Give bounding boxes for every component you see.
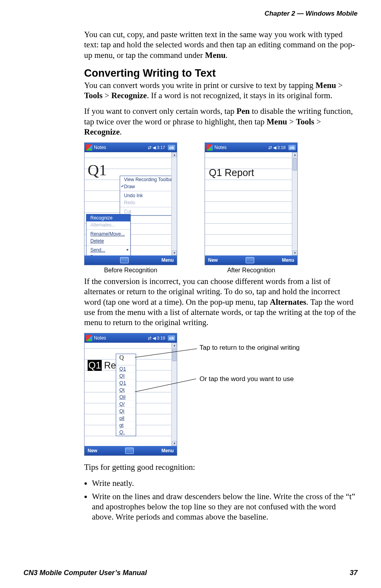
menu-item[interactable]: Delete xyxy=(86,237,130,245)
scroll-up-icon[interactable]: ▴ xyxy=(172,343,177,348)
alt-item[interactable]: gt xyxy=(116,422,136,429)
bold: Tools xyxy=(296,117,314,126)
device-screenshot: Notes ⇄ ◀ 3:19 ok Q1 Re Q Q1 xyxy=(84,333,177,456)
label: Rename/Move... xyxy=(90,231,125,237)
figure-row: Notes ⇄ ◀ 3:17 ok Q1 xyxy=(84,142,358,274)
paragraph: If the conversion is incorrect, you can … xyxy=(84,276,358,327)
text: > xyxy=(336,81,343,90)
text: > xyxy=(287,117,296,126)
menu-item[interactable]: Draw xyxy=(120,183,172,190)
scroll-down-icon[interactable]: ▾ xyxy=(292,250,297,255)
status-icons: ⇄ ◀ 3:19 xyxy=(148,336,165,341)
menu-item[interactable]: Beam... xyxy=(86,254,130,255)
scroll-down-icon[interactable]: ▾ xyxy=(172,441,177,446)
section-heading: Converting Writing to Text xyxy=(84,67,358,79)
label: Send... xyxy=(90,247,105,253)
device-screenshot: Notes ⇄ ◀ 3:18 ok Q1 Report ▴ xyxy=(205,142,298,265)
start-flag-icon[interactable] xyxy=(207,144,213,151)
ok-button[interactable]: ok xyxy=(168,145,175,150)
new-button[interactable]: New xyxy=(88,448,97,453)
menu-item[interactable]: Undo Ink xyxy=(120,192,172,199)
titlebar: Notes ⇄ ◀ 3:18 ok xyxy=(205,143,297,152)
start-flag-icon[interactable] xyxy=(86,335,92,341)
alt-item[interactable]: QI xyxy=(116,372,136,379)
scroll-thumb[interactable] xyxy=(293,158,297,171)
text: > xyxy=(102,91,111,100)
alt-item[interactable]: Q. xyxy=(116,429,136,436)
alt-item[interactable]: Qt xyxy=(116,387,136,394)
page: Chapter 2 — Windows Mobile You can cut, … xyxy=(0,0,381,588)
speaker-icon: ◀ xyxy=(153,145,156,150)
alt-item[interactable]: Q/ xyxy=(116,401,136,408)
bold: Menu xyxy=(267,117,288,126)
device-screenshot: Notes ⇄ ◀ 3:17 ok Q1 xyxy=(84,142,177,265)
bold: Alternates xyxy=(270,297,306,307)
signal-icon: ⇄ xyxy=(148,336,151,341)
scrollbar[interactable]: ▴ ▾ xyxy=(171,343,177,446)
speaker-icon: ◀ xyxy=(273,145,276,150)
scroll-up-icon[interactable]: ▴ xyxy=(292,152,297,157)
intro-paragraph: You can cut, copy, and paste written tex… xyxy=(84,29,358,60)
menu-button[interactable]: Menu xyxy=(162,448,174,453)
clock: 3:18 xyxy=(277,145,286,150)
label: Delete xyxy=(90,238,104,244)
text: . If a word is not recognized, it stays … xyxy=(147,91,332,100)
alt-item[interactable]: Qi xyxy=(116,408,136,415)
start-flag-icon[interactable] xyxy=(86,144,92,151)
note-canvas[interactable]: Q1 View Recording Toolbar Draw Undo Ink … xyxy=(84,152,177,255)
tools-menu: View Recording Toolbar Draw Undo Ink Red… xyxy=(120,176,172,216)
keyboard-icon[interactable] xyxy=(246,257,254,263)
figure-alternates: Notes ⇄ ◀ 3:19 ok Q1 Re Q Q1 xyxy=(84,333,358,458)
figure-after: Notes ⇄ ◀ 3:18 ok Q1 Report ▴ xyxy=(205,142,298,274)
bottombar: New Menu xyxy=(84,446,177,455)
content-column: You can cut, copy, and paste written tex… xyxy=(84,29,358,522)
bold: Recognize xyxy=(111,91,147,100)
bold: Tools xyxy=(84,91,102,100)
alt-item[interactable]: oil xyxy=(116,415,136,422)
running-head: Chapter 2 — Windows Mobile xyxy=(23,10,358,18)
tips-intro: Tips for getting good recognition: xyxy=(84,462,358,472)
menu-item[interactable]: Send... xyxy=(86,246,130,254)
label: Beam... xyxy=(90,254,106,255)
keyboard-icon[interactable] xyxy=(125,448,134,454)
text: You can convert words you write in print… xyxy=(84,81,316,90)
menu-item[interactable]: Rename/Move... xyxy=(86,230,130,237)
app-title: Notes xyxy=(94,145,106,150)
new-button[interactable]: New xyxy=(208,257,218,263)
scrollbar[interactable]: ▴ ▾ xyxy=(292,152,297,255)
trailing-text: Re xyxy=(104,360,116,371)
speaker-icon: ◀ xyxy=(153,336,156,341)
keyboard-icon[interactable] xyxy=(120,257,129,263)
scroll-thumb[interactable] xyxy=(172,349,176,361)
scrollbar[interactable]: ▴ ▾ xyxy=(171,152,177,255)
figure-before: Notes ⇄ ◀ 3:17 ok Q1 xyxy=(84,142,177,274)
note-canvas[interactable]: Q1 Report ▴ ▾ xyxy=(205,152,297,255)
tips-list: Write neatly. Write on the lines and dra… xyxy=(92,478,358,522)
menu-separator xyxy=(120,207,172,207)
menu-item-recognize[interactable]: Recognize xyxy=(86,214,130,221)
alt-item[interactable]: Oil xyxy=(116,394,136,401)
list-item: Write neatly. xyxy=(92,478,358,488)
app-title: Notes xyxy=(214,145,226,150)
alt-item[interactable]: Q1 xyxy=(116,365,136,372)
scroll-down-icon[interactable]: ▾ xyxy=(172,250,177,255)
selected-word[interactable]: Q1 xyxy=(88,360,102,371)
clock: 3:19 xyxy=(157,336,165,340)
original-writing-item[interactable]: Q xyxy=(116,354,136,365)
text: . xyxy=(226,50,228,60)
menu-button[interactable]: Menu xyxy=(162,257,174,263)
bottombar: New Menu xyxy=(205,255,297,265)
ok-button[interactable]: ok xyxy=(288,145,296,150)
recognized-text: Q1 Report xyxy=(209,167,254,178)
ok-button[interactable]: ok xyxy=(168,335,175,341)
menu-button[interactable]: Menu xyxy=(282,257,294,263)
edit-menu: Recognize Alternates... Rename/Move... D… xyxy=(86,214,131,255)
note-canvas[interactable]: Q1 Re Q Q1 QI Q1 Qt Oil Q/ Qi oil gt Q. xyxy=(84,343,177,446)
status-icons: ⇄ ◀ 3:18 xyxy=(268,145,286,150)
menu-item[interactable]: View Recording Toolbar xyxy=(120,176,172,183)
page-number: 37 xyxy=(350,569,358,577)
bold: Recognize xyxy=(84,127,120,137)
menu-bold: Menu xyxy=(205,50,226,60)
scroll-up-icon[interactable]: ▴ xyxy=(172,152,177,157)
alt-item[interactable]: Q1 xyxy=(116,379,136,387)
